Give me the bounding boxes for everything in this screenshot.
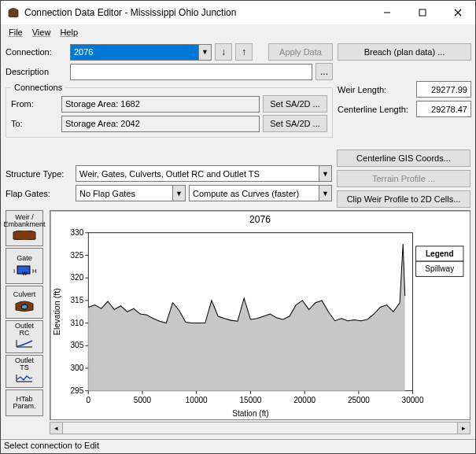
tool-outlet-ts[interactable]: Outlet TS bbox=[6, 355, 43, 388]
to-field: Storage Area: 2042 bbox=[61, 116, 260, 132]
tool-outlet-rc[interactable]: Outlet RC bbox=[6, 320, 43, 353]
chevron-down-icon[interactable]: ▼ bbox=[319, 186, 331, 201]
close-button[interactable] bbox=[440, 1, 475, 24]
outlet-ts-icon bbox=[15, 371, 34, 386]
centerline-gis-button[interactable]: Centerline GIS Coords... bbox=[337, 149, 470, 167]
svg-text:20000: 20000 bbox=[293, 395, 315, 404]
svg-text:Legend: Legend bbox=[426, 249, 454, 257]
app-icon bbox=[7, 6, 20, 19]
flap-gates-dropdown[interactable]: No Flap Gates ▼ bbox=[76, 185, 186, 201]
svg-text:320: 320 bbox=[70, 273, 83, 282]
gate-icon: IHW bbox=[11, 263, 38, 277]
svg-text:300: 300 bbox=[70, 364, 83, 372]
culvert-icon bbox=[14, 299, 35, 313]
svg-text:5000: 5000 bbox=[134, 395, 152, 404]
chevron-down-icon[interactable]: ▼ bbox=[172, 186, 185, 201]
svg-text:30000: 30000 bbox=[402, 395, 424, 404]
connections-group-label: Connections bbox=[11, 83, 65, 92]
svg-text:H: H bbox=[32, 268, 37, 275]
down-arrow-button[interactable]: ↓ bbox=[215, 43, 232, 61]
status-bar: Select connection to Edit bbox=[1, 439, 475, 453]
connection-label: Connection: bbox=[6, 47, 67, 57]
tool-weir-embankment[interactable]: Weir / Embankment bbox=[6, 210, 43, 246]
connections-group: Connections From: Storage Area: 1682 Set… bbox=[6, 83, 333, 138]
svg-text:295: 295 bbox=[70, 386, 83, 395]
description-label: Description bbox=[6, 67, 67, 76]
svg-rect-1 bbox=[419, 9, 426, 16]
centerline-length-label: Centerline Length: bbox=[338, 105, 413, 114]
svg-text:I: I bbox=[13, 268, 15, 275]
svg-text:315: 315 bbox=[70, 296, 83, 305]
svg-text:0: 0 bbox=[86, 395, 90, 404]
centerline-length-field[interactable]: 29278.47 bbox=[416, 101, 471, 117]
svg-text:Spillway: Spillway bbox=[425, 264, 455, 273]
svg-text:330: 330 bbox=[70, 228, 83, 237]
apply-data-button[interactable]: Apply Data bbox=[268, 43, 333, 61]
menu-help[interactable]: Help bbox=[55, 26, 83, 39]
chart-area[interactable]: 2076295300305310315320325330050001000015… bbox=[50, 210, 470, 420]
maximize-button[interactable] bbox=[404, 1, 440, 24]
svg-text:2076: 2076 bbox=[249, 214, 271, 225]
svg-point-8 bbox=[21, 305, 28, 309]
connection-value: 2076 bbox=[71, 47, 198, 57]
svg-text:W: W bbox=[22, 271, 28, 275]
menu-view[interactable]: View bbox=[28, 26, 56, 39]
up-arrow-button[interactable]: ↑ bbox=[235, 43, 253, 61]
scroll-left-icon[interactable]: ◂ bbox=[50, 423, 63, 434]
compute-mode-dropdown[interactable]: Compute as Curves (faster) ▼ bbox=[189, 185, 332, 201]
minimize-button[interactable] bbox=[369, 1, 404, 24]
weir-length-label: Weir Length: bbox=[338, 85, 413, 94]
svg-text:305: 305 bbox=[70, 341, 83, 349]
tool-gate[interactable]: Gate IHW bbox=[6, 248, 43, 284]
description-input[interactable] bbox=[70, 64, 312, 80]
svg-text:325: 325 bbox=[70, 250, 83, 259]
from-label: From: bbox=[11, 99, 58, 109]
chevron-down-icon[interactable]: ▼ bbox=[319, 166, 331, 181]
svg-text:15000: 15000 bbox=[239, 395, 261, 404]
window-title: Connection Data Editor - Mississippi Ohi… bbox=[24, 7, 369, 18]
clip-weir-button[interactable]: Clip Weir Profile to 2D Cells... bbox=[337, 190, 470, 208]
tool-htab-param[interactable]: HTab Param. bbox=[6, 389, 43, 416]
svg-text:10000: 10000 bbox=[186, 395, 208, 404]
from-set-button[interactable]: Set SA/2D ... bbox=[263, 95, 327, 113]
to-label: To: bbox=[11, 119, 58, 128]
tool-culvert[interactable]: Culvert bbox=[6, 286, 43, 319]
weir-icon bbox=[13, 228, 36, 242]
svg-text:Elevation (ft): Elevation (ft) bbox=[53, 288, 61, 335]
flap-gates-label: Flap Gates: bbox=[6, 189, 72, 198]
from-field: Storage Area: 1682 bbox=[61, 96, 260, 113]
svg-text:Station (ft): Station (ft) bbox=[232, 408, 268, 417]
status-text: Select connection to Edit bbox=[4, 441, 99, 450]
svg-text:310: 310 bbox=[70, 319, 83, 327]
chart-scrollbar[interactable]: ◂ ▸ bbox=[50, 422, 470, 434]
weir-length-field[interactable]: 29277.99 bbox=[416, 81, 471, 98]
to-set-button[interactable]: Set SA/2D ... bbox=[263, 115, 327, 132]
structure-type-dropdown[interactable]: Weir, Gates, Culverts, Outlet RC and Out… bbox=[76, 165, 332, 182]
svg-text:25000: 25000 bbox=[348, 395, 370, 404]
terrain-profile-button[interactable]: Terrain Profile ... bbox=[337, 170, 470, 187]
breach-button[interactable]: Breach (plan data) ... bbox=[338, 43, 471, 61]
scroll-right-icon[interactable]: ▸ bbox=[457, 423, 470, 434]
chevron-down-icon[interactable]: ▼ bbox=[198, 45, 211, 60]
connection-dropdown[interactable]: 2076 ▼ bbox=[70, 44, 212, 61]
structure-type-label: Structure Type: bbox=[6, 169, 72, 179]
outlet-rc-icon bbox=[15, 337, 34, 351]
menu-file[interactable]: File bbox=[4, 26, 28, 39]
description-ellipsis-button[interactable]: ... bbox=[315, 63, 333, 80]
